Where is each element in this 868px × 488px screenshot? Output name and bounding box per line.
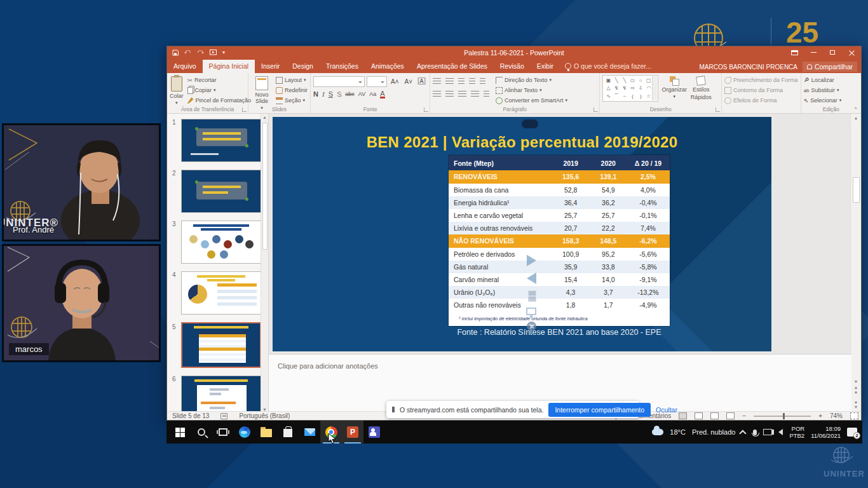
task-view-button[interactable] <box>212 421 234 444</box>
shape-effects-button[interactable]: Efeitos de Forma <box>724 95 798 105</box>
current-slide-canvas[interactable]: BEN 2021 | Variação percentual 2019/2020… <box>273 117 771 351</box>
taskbar-powerpoint[interactable]: P <box>342 421 363 444</box>
font-size-combobox[interactable] <box>367 76 387 87</box>
cut-button[interactable]: ✂Recortar <box>187 75 252 85</box>
tab-animacoes[interactable]: Animações <box>365 60 410 73</box>
shrink-font-button[interactable]: A˅ <box>403 78 415 85</box>
grow-font-button[interactable]: A˄ <box>389 78 401 85</box>
slide-data-table[interactable]: Fonte (Mtep)20192020Δ 20 / 19 RENOVÁVEIS… <box>449 155 670 326</box>
shape-outline-button[interactable]: Contorno da Forma <box>724 85 798 95</box>
editor-scrollbar[interactable]: ▲ ▼ ▲▲ ▼▼ <box>850 114 861 413</box>
zoom-out-button[interactable]: − <box>742 412 746 419</box>
change-case-button[interactable]: Aa <box>369 91 376 97</box>
editor-scrollbar-thumb[interactable] <box>853 177 860 203</box>
tab-arquivo[interactable]: Arquivo <box>167 60 203 73</box>
strikethrough-button[interactable]: abc <box>345 91 355 97</box>
slide-stack-overlay-icon[interactable] <box>527 290 536 301</box>
weather-description[interactable]: Pred. nublado <box>692 428 736 436</box>
language-indicator-tray[interactable]: POR PTB2 <box>789 425 804 439</box>
spell-check-icon[interactable] <box>220 413 227 419</box>
character-spacing-button[interactable]: AV <box>358 91 365 97</box>
slideshow-view-icon[interactable] <box>726 412 735 419</box>
dialog-launcher-icon[interactable] <box>715 107 720 112</box>
close-overlay-icon[interactable] <box>527 322 536 331</box>
slide-thumbnail-3[interactable] <box>181 220 261 264</box>
speaker-tray-icon[interactable] <box>778 429 783 435</box>
collapse-ribbon-chevron[interactable]: ˄ <box>854 105 857 111</box>
start-button[interactable] <box>169 421 191 444</box>
convert-smartart-button[interactable]: Converter em SmartArt ▾ <box>496 95 567 105</box>
next-slide-button[interactable]: ▼▼ <box>851 400 861 409</box>
overlay-toolbar-handle[interactable] <box>522 119 538 128</box>
stop-sharing-button[interactable]: Interromper compartilhamento <box>548 403 651 417</box>
thumbnail-scrollbar[interactable]: ▲ ▼ <box>261 114 268 413</box>
text-direction-button[interactable]: Direção do Texto ▾ <box>496 75 567 85</box>
start-slideshow-icon[interactable] <box>210 50 217 56</box>
reset-button[interactable]: Redefinir <box>276 85 308 95</box>
slide-sorter-view-icon[interactable] <box>695 412 703 419</box>
fit-slide-to-window-icon[interactable] <box>850 412 858 419</box>
weather-icon[interactable] <box>652 429 663 435</box>
previous-slide-overlay-icon[interactable] <box>527 273 536 284</box>
display-cast-tray-icon[interactable] <box>763 429 772 435</box>
dialog-launcher-icon[interactable] <box>242 107 247 112</box>
copy-button[interactable]: Copiar ▾ <box>187 85 252 95</box>
tell-me-box[interactable]: O que você deseja fazer... <box>560 62 656 73</box>
justify-icon[interactable] <box>471 91 479 98</box>
clear-formatting-button[interactable]: 🄰 <box>416 78 427 85</box>
tab-pagina-inicial[interactable]: Página Inicial <box>203 60 255 73</box>
paste-button[interactable]: Colar▾ <box>170 75 184 105</box>
align-text-button[interactable]: Alinhar Texto ▾ <box>496 85 567 95</box>
clock-tray[interactable]: 18:09 11/06/2021 <box>811 425 841 439</box>
shapes-gallery[interactable]: ▣╲╲▭○▢ △↯↯⇨⇩◠ ∿⌒~()☆ <box>602 75 658 102</box>
slide-thumbnail-4[interactable] <box>181 271 261 315</box>
format-painter-button[interactable]: Pincel de Formatação <box>187 95 252 105</box>
numbering-icon[interactable] <box>445 78 454 85</box>
dialog-launcher-icon[interactable] <box>424 107 428 112</box>
show-hidden-icons-chevron[interactable] <box>740 430 747 437</box>
bold-button[interactable]: N <box>313 90 318 98</box>
zoom-slider-knob[interactable] <box>783 413 785 419</box>
zoom-in-button[interactable]: + <box>818 412 822 419</box>
redo-icon[interactable] <box>197 50 204 56</box>
increase-indent-icon[interactable] <box>469 78 475 85</box>
action-center-icon[interactable]: 2 <box>847 428 857 437</box>
taskbar-mail[interactable] <box>299 421 320 444</box>
tab-revisao[interactable]: Revisão <box>494 60 531 73</box>
font-name-combobox[interactable] <box>313 76 365 87</box>
align-center-icon[interactable] <box>445 91 454 98</box>
hide-banner-link[interactable]: Ocultar <box>656 406 677 414</box>
zoom-level[interactable]: 74% <box>830 412 843 419</box>
taskbar-search-button[interactable] <box>191 421 212 444</box>
reading-view-icon[interactable] <box>710 412 719 419</box>
save-icon[interactable] <box>172 50 179 56</box>
text-shadow-button[interactable]: S <box>337 90 341 98</box>
previous-slide-button[interactable]: ▲▲ <box>851 385 861 394</box>
share-button[interactable]: Compartilhar <box>803 62 857 72</box>
microphone-tray-icon[interactable] <box>753 430 757 435</box>
taskbar-microsoft-store[interactable] <box>277 421 299 444</box>
slide-title[interactable]: BEN 2021 | Variação percentual 2019/2020 <box>273 133 771 151</box>
align-left-icon[interactable] <box>433 91 441 98</box>
language-indicator[interactable]: Português (Brasil) <box>239 412 290 419</box>
account-name[interactable]: MARCOS BARONCINI PROENCA <box>700 64 797 71</box>
font-color-button[interactable]: A <box>380 90 384 98</box>
section-button[interactable]: Seção ▾ <box>276 95 308 105</box>
slide-thumbnail-6[interactable] <box>181 376 261 413</box>
slide-thumbnail-5-selected[interactable] <box>181 322 261 368</box>
slide-thumbnail-1[interactable] <box>181 119 261 162</box>
minimize-button[interactable] <box>804 46 823 58</box>
next-slide-overlay-icon[interactable] <box>527 255 536 266</box>
tab-inserir[interactable]: Inserir <box>255 60 286 73</box>
close-button[interactable] <box>842 46 861 58</box>
columns-icon[interactable] <box>484 91 489 98</box>
new-slide-button[interactable]: Novo Slide▾ <box>251 75 273 111</box>
replace-button[interactable]: abSubstituir ▾ <box>804 85 858 95</box>
monitor-overlay-icon[interactable] <box>526 308 536 315</box>
line-spacing-icon[interactable] <box>480 78 485 85</box>
restore-button[interactable] <box>823 46 842 58</box>
find-button[interactable]: 🔎︎Localizar <box>804 75 858 85</box>
slide-thumbnail-2[interactable] <box>181 170 261 213</box>
weather-temp[interactable]: 18°C <box>670 428 686 436</box>
taskbar-edge[interactable] <box>234 421 255 444</box>
